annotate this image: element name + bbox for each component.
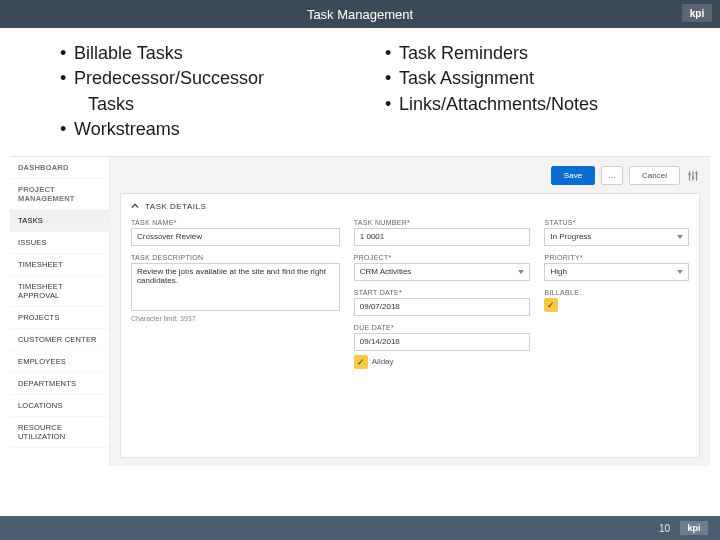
sidebar: DASHBOARD PROJECT MANAGEMENT Tasks Issue… [10, 157, 110, 466]
task-name-label: TASK NAME* [131, 219, 340, 226]
main-area: Save … Cancel TASK DETAILS TASK NAME* Cr… [110, 157, 710, 466]
priority-select[interactable]: High [544, 263, 689, 281]
bullet-col-left: Billable Tasks Predecessor/Successor Tas… [60, 42, 365, 144]
sidebar-item-project-mgmt[interactable]: PROJECT MANAGEMENT [10, 179, 109, 210]
field-status: STATUS* In Progress [544, 219, 689, 246]
bullet-item: Task Assignment [385, 67, 690, 90]
more-button[interactable]: … [601, 166, 623, 185]
svg-point-2 [695, 171, 697, 173]
field-due-date: DUE DATE* 09/14/2018 ✓ Allday [354, 324, 531, 369]
panel-title: TASK DETAILS [145, 202, 206, 211]
svg-point-1 [692, 176, 694, 178]
slide-header: Task Management kpi [0, 0, 720, 28]
status-label: STATUS* [544, 219, 689, 226]
sidebar-item-projects[interactable]: Projects [10, 307, 109, 329]
app-screenshot: DASHBOARD PROJECT MANAGEMENT Tasks Issue… [10, 156, 710, 466]
bullet-item: Tasks [60, 93, 365, 116]
field-start-date: START DATE* 09/07/2018 [354, 289, 531, 316]
page-number: 10 [659, 523, 670, 534]
description-input[interactable]: Review the jobs available at the site an… [131, 263, 340, 311]
form-grid: TASK NAME* Crossover Review TASK NUMBER*… [131, 219, 689, 369]
sidebar-item-customer-center[interactable]: Customer Center [10, 329, 109, 351]
panel-header[interactable]: TASK DETAILS [131, 202, 689, 211]
task-number-input[interactable]: 1 0001 [354, 228, 531, 246]
billable-label: BILLABLE: [544, 289, 689, 296]
save-button[interactable]: Save [551, 166, 595, 185]
header-logo: kpi [682, 4, 712, 22]
sidebar-item-issues[interactable]: Issues [10, 232, 109, 254]
status-select[interactable]: In Progress [544, 228, 689, 246]
sidebar-item-locations[interactable]: Locations [10, 395, 109, 417]
char-limit: Character limit: 3937 [131, 315, 340, 322]
sidebar-item-dashboard[interactable]: DASHBOARD [10, 157, 109, 179]
field-task-name: TASK NAME* Crossover Review [131, 219, 340, 246]
field-task-number: TASK NUMBER* 1 0001 [354, 219, 531, 246]
sidebar-item-timesheet-approval[interactable]: Timesheet Approval [10, 276, 109, 307]
project-label: PROJECT* [354, 254, 531, 261]
sidebar-item-resource-utilization[interactable]: Resource Utilization [10, 417, 109, 448]
field-billable: BILLABLE: ✓ [544, 289, 689, 312]
sidebar-item-departments[interactable]: Departments [10, 373, 109, 395]
cancel-button[interactable]: Cancel [629, 166, 680, 185]
start-date-input[interactable]: 09/07/2018 [354, 298, 531, 316]
field-project: PROJECT* CRM Activities [354, 254, 531, 281]
bullet-columns: Billable Tasks Predecessor/Successor Tas… [0, 28, 720, 156]
settings-icon[interactable] [686, 169, 700, 183]
slide-footer: 10 kpi [0, 516, 720, 540]
sidebar-item-tasks[interactable]: Tasks [10, 210, 109, 232]
due-date-label: DUE DATE* [354, 324, 531, 331]
chevron-up-icon [131, 202, 139, 210]
bullet-item: Task Reminders [385, 42, 690, 65]
svg-point-0 [688, 173, 690, 175]
sidebar-item-timesheet[interactable]: Timesheet [10, 254, 109, 276]
task-name-input[interactable]: Crossover Review [131, 228, 340, 246]
allday-checkbox[interactable]: ✓ [354, 355, 368, 369]
project-select[interactable]: CRM Activities [354, 263, 531, 281]
bullet-item: Links/Attachments/Notes [385, 93, 690, 116]
bullet-item: Predecessor/Successor [60, 67, 365, 90]
start-date-label: START DATE* [354, 289, 531, 296]
allday-label: Allday [372, 357, 394, 366]
sidebar-item-employees[interactable]: Employees [10, 351, 109, 373]
toolbar: Save … Cancel [120, 165, 700, 187]
slide-title: Task Management [307, 7, 413, 22]
bullet-col-right: Task Reminders Task Assignment Links/Att… [385, 42, 690, 144]
footer-logo: kpi [680, 521, 708, 535]
description-label: TASK DESCRIPTION [131, 254, 340, 261]
task-number-label: TASK NUMBER* [354, 219, 531, 226]
field-priority: PRIORITY* High [544, 254, 689, 281]
bullet-item: Billable Tasks [60, 42, 365, 65]
bullet-item: Workstreams [60, 118, 365, 141]
field-description: TASK DESCRIPTION Review the jobs availab… [131, 254, 340, 369]
allday-row: ✓ Allday [354, 355, 531, 369]
due-date-input[interactable]: 09/14/2018 [354, 333, 531, 351]
billable-checkbox[interactable]: ✓ [544, 298, 558, 312]
priority-label: PRIORITY* [544, 254, 689, 261]
task-details-panel: TASK DETAILS TASK NAME* Crossover Review… [120, 193, 700, 458]
